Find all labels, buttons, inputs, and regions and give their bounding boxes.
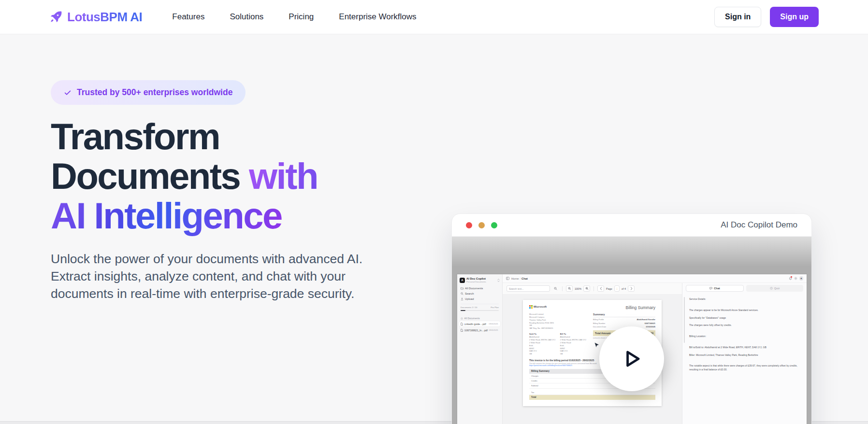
upload-icon (461, 297, 463, 300)
page-number-input[interactable] (614, 285, 620, 292)
hero-heading: Transform Documents with AI Intelligence (51, 117, 353, 236)
breadcrumb: Home/Chat (511, 277, 528, 280)
invoice-title: Billing Summary (626, 305, 655, 310)
demo-window: AI Doc Copilot Demo A AI Doc Copilot Per… (451, 213, 812, 424)
next-page-button[interactable] (628, 285, 635, 292)
zoom-in-button[interactable] (583, 285, 590, 292)
chevron-left-icon (600, 287, 602, 290)
notification-dot (791, 276, 792, 278)
file-icon (461, 323, 463, 325)
demo-title: AI Doc Copilot Demo (721, 220, 797, 230)
notifications-button[interactable] (789, 277, 792, 280)
main-nav: Features Solutions Pricing Enterprise Wo… (172, 12, 416, 22)
hero-copy: Trusted by 500+ enterprises worldwide Tr… (51, 80, 408, 302)
brand-logo[interactable]: LotusBPM AI (49, 10, 142, 25)
nav-link-solutions[interactable]: Solutions (230, 12, 263, 22)
sidebar-item-search[interactable]: Search (457, 291, 502, 296)
sidebar-section-all-documents: All Documents (461, 317, 499, 320)
chat-messages[interactable]: Service Details: The charges appear to b… (682, 293, 807, 424)
chat-tabs: Chat Quiz (682, 283, 807, 293)
viewer-toolbar: 100% Page (503, 283, 682, 295)
nav-link-enterprise-workflows[interactable]: Enterprise Workflows (339, 12, 416, 22)
magnifier-icon (554, 287, 557, 290)
hero-description: Unlock the power of your documents with … (51, 250, 399, 302)
nav-link-features[interactable]: Features (172, 12, 204, 22)
tab-chat[interactable]: Chat (686, 285, 744, 292)
cursor-icon (594, 342, 599, 349)
microsoft-brand: Microsoft (529, 305, 547, 309)
plan-badge: Pro Plan (491, 306, 499, 309)
seller-address: Microsoft Limited Microsoft Campus Thame… (529, 313, 587, 330)
sidebar-item-all-documents[interactable]: All Documents (457, 285, 502, 291)
site-header: LotusBPM AI Features Solutions Pricing E… (0, 0, 868, 34)
page-label: Page (606, 287, 612, 290)
sign-up-button[interactable]: Sign up (770, 7, 819, 27)
check-icon (64, 89, 72, 97)
usage-meter: Documents 2 / 20 Pro Plan (461, 304, 499, 311)
chat-scrollbar[interactable] (684, 297, 685, 343)
app-workspace-switcher[interactable]: A AI Doc Copilot Personal Documents (457, 274, 502, 285)
usage-progress-bar (461, 310, 499, 311)
chevron-updown-icon (497, 279, 500, 282)
play-button[interactable] (599, 326, 664, 391)
zoom-out-icon (568, 287, 571, 290)
zoom-out-button[interactable] (566, 285, 573, 292)
file-row-linkedin-guide[interactable]: LinkedIn guide....pdf 19/05/2025 (459, 321, 500, 326)
trust-badge: Trusted by 500+ enterprises worldwide (51, 80, 246, 105)
app-logo: A (460, 278, 465, 283)
trust-badge-label: Trusted by 500+ enterprises worldwide (77, 87, 232, 98)
sold-to-block: Sold To Abdulhamid 2 Wide Road, ERITH, D… (529, 333, 555, 355)
nav-link-pricing[interactable]: Pricing (289, 12, 314, 22)
quiz-icon (770, 287, 773, 290)
landing-page: LotusBPM AI Features Solutions Pricing E… (0, 0, 868, 424)
sidebar-item-upload[interactable]: Upload (457, 296, 502, 301)
file-row-invoice-pdf[interactable]: G067166621_In....pdf 19/05/2025 (459, 327, 500, 333)
microsoft-logo-icon (529, 305, 533, 309)
doc-search-button[interactable] (552, 285, 559, 292)
theme-button[interactable] (794, 277, 797, 280)
search-icon (461, 292, 463, 295)
zoom-level: 100% (575, 287, 581, 290)
zoom-in-icon (585, 287, 589, 290)
doc-search-input[interactable] (506, 285, 550, 292)
chevron-right-icon (630, 287, 633, 290)
prev-page-button[interactable] (597, 285, 604, 292)
bill-to-block: Bill To Abdulhamid 2 Wide Road, ERITH, D… (560, 333, 586, 355)
folder-icon (461, 287, 463, 290)
app-topbar: Home/Chat A (503, 274, 807, 283)
auth-buttons: Sign in Sign up (714, 7, 819, 27)
play-icon (618, 345, 645, 372)
sun-icon (794, 277, 797, 280)
demo-screenshot: A AI Doc Copilot Personal Documents (452, 237, 811, 424)
traffic-light-yellow[interactable] (478, 222, 485, 228)
star-icon (461, 317, 463, 320)
app-subtitle: Personal Documents (466, 281, 486, 283)
sign-in-button[interactable]: Sign in (714, 7, 761, 27)
file-icon (461, 329, 463, 332)
app-name: AI Doc Copilot (466, 277, 486, 281)
rocket-icon (49, 10, 63, 24)
chat-panel: Chat Quiz Service Details: (682, 283, 807, 424)
page-total: of 4 (622, 287, 626, 290)
hero-heading-dark: Transform Documents (51, 116, 240, 197)
sidebar-toggle-icon[interactable] (506, 277, 509, 280)
demo-titlebar: AI Doc Copilot Demo (452, 214, 811, 237)
brand-name: LotusBPM AI (67, 10, 142, 25)
tab-quiz[interactable]: Quiz (746, 285, 803, 292)
traffic-light-red[interactable] (466, 222, 472, 228)
app-sidebar: A AI Doc Copilot Personal Documents (457, 274, 503, 424)
chat-icon (709, 287, 712, 290)
traffic-light-green[interactable] (491, 222, 497, 228)
topbar-avatar[interactable]: A (799, 276, 804, 281)
